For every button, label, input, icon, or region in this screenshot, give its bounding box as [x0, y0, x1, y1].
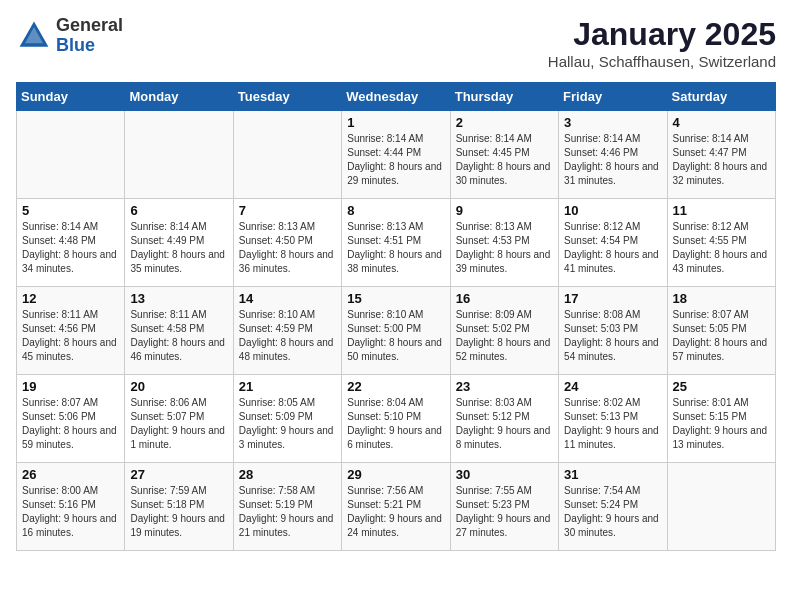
table-row: 11Sunrise: 8:12 AM Sunset: 4:55 PM Dayli… — [667, 199, 775, 287]
day-info: Sunrise: 8:14 AM Sunset: 4:49 PM Dayligh… — [130, 220, 227, 276]
day-info: Sunrise: 8:14 AM Sunset: 4:47 PM Dayligh… — [673, 132, 770, 188]
table-row: 28Sunrise: 7:58 AM Sunset: 5:19 PM Dayli… — [233, 463, 341, 551]
day-number: 28 — [239, 467, 336, 482]
day-number: 14 — [239, 291, 336, 306]
day-info: Sunrise: 7:56 AM Sunset: 5:21 PM Dayligh… — [347, 484, 444, 540]
day-number: 1 — [347, 115, 444, 130]
table-row: 21Sunrise: 8:05 AM Sunset: 5:09 PM Dayli… — [233, 375, 341, 463]
page-header: General Blue January 2025 Hallau, Schaff… — [16, 16, 776, 70]
day-number: 9 — [456, 203, 553, 218]
table-row: 22Sunrise: 8:04 AM Sunset: 5:10 PM Dayli… — [342, 375, 450, 463]
calendar-table: Sunday Monday Tuesday Wednesday Thursday… — [16, 82, 776, 551]
table-row — [125, 111, 233, 199]
calendar-body: 1Sunrise: 8:14 AM Sunset: 4:44 PM Daylig… — [17, 111, 776, 551]
day-info: Sunrise: 8:05 AM Sunset: 5:09 PM Dayligh… — [239, 396, 336, 452]
table-row: 9Sunrise: 8:13 AM Sunset: 4:53 PM Daylig… — [450, 199, 558, 287]
table-row: 12Sunrise: 8:11 AM Sunset: 4:56 PM Dayli… — [17, 287, 125, 375]
table-row: 13Sunrise: 8:11 AM Sunset: 4:58 PM Dayli… — [125, 287, 233, 375]
col-sunday: Sunday — [17, 83, 125, 111]
table-row: 18Sunrise: 8:07 AM Sunset: 5:05 PM Dayli… — [667, 287, 775, 375]
col-friday: Friday — [559, 83, 667, 111]
calendar-week-row: 5Sunrise: 8:14 AM Sunset: 4:48 PM Daylig… — [17, 199, 776, 287]
table-row: 27Sunrise: 7:59 AM Sunset: 5:18 PM Dayli… — [125, 463, 233, 551]
day-number: 13 — [130, 291, 227, 306]
table-row: 31Sunrise: 7:54 AM Sunset: 5:24 PM Dayli… — [559, 463, 667, 551]
day-number: 29 — [347, 467, 444, 482]
day-info: Sunrise: 8:13 AM Sunset: 4:53 PM Dayligh… — [456, 220, 553, 276]
day-info: Sunrise: 8:00 AM Sunset: 5:16 PM Dayligh… — [22, 484, 119, 540]
table-row: 1Sunrise: 8:14 AM Sunset: 4:44 PM Daylig… — [342, 111, 450, 199]
day-number: 17 — [564, 291, 661, 306]
table-row: 17Sunrise: 8:08 AM Sunset: 5:03 PM Dayli… — [559, 287, 667, 375]
day-number: 12 — [22, 291, 119, 306]
day-number: 6 — [130, 203, 227, 218]
table-row: 26Sunrise: 8:00 AM Sunset: 5:16 PM Dayli… — [17, 463, 125, 551]
day-info: Sunrise: 8:07 AM Sunset: 5:05 PM Dayligh… — [673, 308, 770, 364]
table-row: 8Sunrise: 8:13 AM Sunset: 4:51 PM Daylig… — [342, 199, 450, 287]
day-number: 11 — [673, 203, 770, 218]
day-info: Sunrise: 8:11 AM Sunset: 4:56 PM Dayligh… — [22, 308, 119, 364]
day-number: 21 — [239, 379, 336, 394]
col-saturday: Saturday — [667, 83, 775, 111]
table-row: 24Sunrise: 8:02 AM Sunset: 5:13 PM Dayli… — [559, 375, 667, 463]
calendar-week-row: 1Sunrise: 8:14 AM Sunset: 4:44 PM Daylig… — [17, 111, 776, 199]
day-info: Sunrise: 8:12 AM Sunset: 4:55 PM Dayligh… — [673, 220, 770, 276]
logo-general-text: General — [56, 16, 123, 36]
day-info: Sunrise: 8:14 AM Sunset: 4:46 PM Dayligh… — [564, 132, 661, 188]
day-info: Sunrise: 8:14 AM Sunset: 4:48 PM Dayligh… — [22, 220, 119, 276]
day-number: 27 — [130, 467, 227, 482]
header-row: Sunday Monday Tuesday Wednesday Thursday… — [17, 83, 776, 111]
table-row: 25Sunrise: 8:01 AM Sunset: 5:15 PM Dayli… — [667, 375, 775, 463]
day-info: Sunrise: 8:06 AM Sunset: 5:07 PM Dayligh… — [130, 396, 227, 452]
table-row: 19Sunrise: 8:07 AM Sunset: 5:06 PM Dayli… — [17, 375, 125, 463]
logo-icon — [16, 18, 52, 54]
calendar-week-row: 12Sunrise: 8:11 AM Sunset: 4:56 PM Dayli… — [17, 287, 776, 375]
day-info: Sunrise: 8:10 AM Sunset: 5:00 PM Dayligh… — [347, 308, 444, 364]
table-row: 4Sunrise: 8:14 AM Sunset: 4:47 PM Daylig… — [667, 111, 775, 199]
table-row: 6Sunrise: 8:14 AM Sunset: 4:49 PM Daylig… — [125, 199, 233, 287]
table-row: 23Sunrise: 8:03 AM Sunset: 5:12 PM Dayli… — [450, 375, 558, 463]
day-info: Sunrise: 8:12 AM Sunset: 4:54 PM Dayligh… — [564, 220, 661, 276]
day-number: 24 — [564, 379, 661, 394]
day-number: 2 — [456, 115, 553, 130]
col-tuesday: Tuesday — [233, 83, 341, 111]
day-info: Sunrise: 8:14 AM Sunset: 4:44 PM Dayligh… — [347, 132, 444, 188]
day-info: Sunrise: 8:08 AM Sunset: 5:03 PM Dayligh… — [564, 308, 661, 364]
day-info: Sunrise: 8:04 AM Sunset: 5:10 PM Dayligh… — [347, 396, 444, 452]
table-row: 30Sunrise: 7:55 AM Sunset: 5:23 PM Dayli… — [450, 463, 558, 551]
calendar-week-row: 26Sunrise: 8:00 AM Sunset: 5:16 PM Dayli… — [17, 463, 776, 551]
calendar-title: January 2025 — [548, 16, 776, 53]
calendar-header: Sunday Monday Tuesday Wednesday Thursday… — [17, 83, 776, 111]
day-number: 10 — [564, 203, 661, 218]
day-info: Sunrise: 8:13 AM Sunset: 4:51 PM Dayligh… — [347, 220, 444, 276]
col-wednesday: Wednesday — [342, 83, 450, 111]
day-info: Sunrise: 8:13 AM Sunset: 4:50 PM Dayligh… — [239, 220, 336, 276]
col-monday: Monday — [125, 83, 233, 111]
table-row: 16Sunrise: 8:09 AM Sunset: 5:02 PM Dayli… — [450, 287, 558, 375]
calendar-week-row: 19Sunrise: 8:07 AM Sunset: 5:06 PM Dayli… — [17, 375, 776, 463]
table-row — [667, 463, 775, 551]
day-number: 16 — [456, 291, 553, 306]
table-row: 7Sunrise: 8:13 AM Sunset: 4:50 PM Daylig… — [233, 199, 341, 287]
day-number: 7 — [239, 203, 336, 218]
day-number: 20 — [130, 379, 227, 394]
table-row: 10Sunrise: 8:12 AM Sunset: 4:54 PM Dayli… — [559, 199, 667, 287]
day-number: 26 — [22, 467, 119, 482]
calendar-subtitle: Hallau, Schaffhausen, Switzerland — [548, 53, 776, 70]
day-number: 18 — [673, 291, 770, 306]
day-info: Sunrise: 8:14 AM Sunset: 4:45 PM Dayligh… — [456, 132, 553, 188]
table-row — [17, 111, 125, 199]
day-info: Sunrise: 8:03 AM Sunset: 5:12 PM Dayligh… — [456, 396, 553, 452]
day-number: 30 — [456, 467, 553, 482]
logo: General Blue — [16, 16, 123, 56]
day-info: Sunrise: 8:11 AM Sunset: 4:58 PM Dayligh… — [130, 308, 227, 364]
day-number: 5 — [22, 203, 119, 218]
day-info: Sunrise: 7:58 AM Sunset: 5:19 PM Dayligh… — [239, 484, 336, 540]
day-number: 23 — [456, 379, 553, 394]
day-number: 19 — [22, 379, 119, 394]
col-thursday: Thursday — [450, 83, 558, 111]
table-row: 3Sunrise: 8:14 AM Sunset: 4:46 PM Daylig… — [559, 111, 667, 199]
table-row: 5Sunrise: 8:14 AM Sunset: 4:48 PM Daylig… — [17, 199, 125, 287]
day-number: 8 — [347, 203, 444, 218]
table-row: 20Sunrise: 8:06 AM Sunset: 5:07 PM Dayli… — [125, 375, 233, 463]
